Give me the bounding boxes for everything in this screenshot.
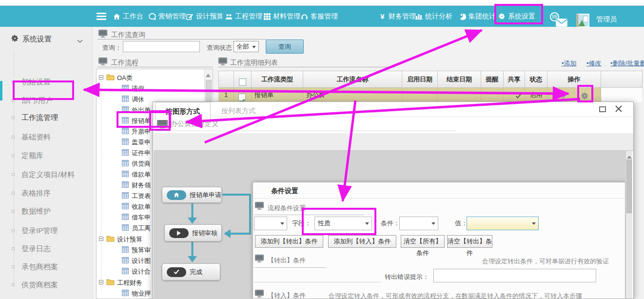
nav-item-系统设置[interactable]: 系统设置	[498, 6, 535, 27]
nav-item-工作台[interactable]: 工作台	[113, 6, 143, 27]
query-label: 查询：	[102, 43, 121, 52]
tab-list-mode[interactable]: 按列表方式	[211, 102, 266, 120]
close-icon[interactable]	[615, 105, 623, 113]
nav-item-客服管理[interactable]: 客服管理	[301, 6, 338, 27]
scroll-thumb[interactable]	[626, 159, 632, 213]
condition-button-0[interactable]: 添加到【转出】条件	[255, 235, 323, 248]
nav-item-label: 工作台	[123, 12, 143, 21]
collapse-icon[interactable]	[99, 237, 103, 241]
sidebar-item-label: 基础资料	[21, 133, 51, 142]
tree-folder-label: 设计预算	[117, 235, 142, 244]
collapse-icon[interactable]	[99, 280, 103, 284]
avatar[interactable]	[577, 14, 589, 27]
nav-item-营销管理[interactable]: 营销管理	[149, 6, 186, 27]
tree-item-label: 借款单	[132, 170, 151, 179]
node-label: 完成	[190, 268, 202, 277]
flow-node-报销单申请[interactable]: 报销单申请	[162, 187, 222, 203]
row-checkbox[interactable]	[234, 88, 252, 102]
tree-guide-line	[101, 79, 101, 290]
sidebar: 系统设置 初始设置部门/用户工作流管理基础资料定额库自定义项目/材料表格排序数据…	[0, 27, 93, 299]
node-badge	[169, 228, 189, 238]
nav-item-label: 统计分析	[425, 12, 452, 21]
cell-actions[interactable]	[547, 88, 601, 102]
table-icon	[122, 171, 129, 179]
nav-item-label: 设计预算	[196, 12, 223, 21]
sidebar-item-数据维护[interactable]: 数据维护	[0, 206, 93, 218]
sidebar-item-label: 承包商档案	[21, 262, 58, 272]
row-gear-icon[interactable]	[581, 94, 589, 101]
condition-select[interactable]	[399, 217, 438, 230]
tree-folder-label: 工程财务	[117, 279, 142, 287]
sidebar-item-工作流管理[interactable]: 工作流管理	[0, 112, 93, 124]
envelope-icon[interactable]	[556, 19, 567, 29]
scroll-up-icon[interactable]	[206, 71, 211, 77]
query-input[interactable]	[123, 41, 200, 52]
table-icon	[122, 85, 129, 93]
divider	[254, 282, 381, 282]
menu-icon[interactable]	[97, 13, 106, 20]
tab-graphic-mode[interactable]: 按图形方式	[155, 102, 211, 120]
sidebar-item-定额库[interactable]: 定额库	[0, 150, 93, 162]
sidebar-item-label: 登录IP管理	[21, 226, 58, 236]
sidebar-item-基础资料[interactable]: 基础资料	[0, 132, 93, 143]
monitor-icon	[98, 58, 107, 67]
nav-item-label: 工程管理	[235, 12, 262, 21]
sidebar-item-自定义项目/材料[interactable]: 自定义项目/材料	[0, 169, 93, 181]
value-combo[interactable]	[467, 217, 539, 230]
nav-item-设计预算[interactable]: 设计预算	[186, 6, 223, 27]
tree-node-icon	[12, 192, 15, 195]
condition-button-2[interactable]: 清空【所有】条件	[401, 235, 445, 248]
column-select-all[interactable]	[234, 71, 252, 88]
monitor-icon	[255, 290, 264, 299]
navbar: 工作台营销管理设计预算工程管理材料管理客服管理¥财务管理统计分析集团统计系统设置…	[0, 6, 644, 27]
pencil-icon[interactable]	[561, 94, 567, 101]
scroll-up-icon[interactable]	[627, 153, 632, 159]
flow-node-完成[interactable]: 完成	[162, 263, 220, 280]
nav-item-集团统计[interactable]: 集团统计	[459, 6, 496, 27]
flow-node-报销审核[interactable]: 报销审核	[164, 224, 222, 241]
barchart-icon	[415, 13, 423, 20]
sidebar-item-登录IP管理[interactable]: 登录IP管理	[0, 225, 93, 237]
nav-item-统计分析[interactable]: 统计分析	[415, 6, 452, 27]
sidebar-item-表格排序[interactable]: 表格排序	[0, 188, 93, 199]
add-link[interactable]: •添加	[562, 59, 577, 68]
sidebar-item-初始设置[interactable]: 初始设置	[0, 77, 93, 88]
column-blank	[218, 71, 234, 88]
sidebar-item-供货商档案[interactable]: 供货商档案	[0, 279, 93, 291]
nav-item-财务管理[interactable]: ¥财务管理	[379, 6, 416, 27]
username[interactable]: 管理员	[596, 6, 617, 33]
node-badge	[167, 190, 186, 200]
maximize-icon[interactable]	[599, 106, 606, 112]
tree-item-label: 借车申	[132, 213, 151, 222]
modal-scrollbar[interactable]	[625, 151, 632, 299]
table-icon	[122, 96, 129, 103]
nav-item-label: 材料管理	[273, 12, 300, 21]
sidebar-item-登录日志[interactable]: 登录日志	[0, 243, 93, 255]
condition-button-3[interactable]: 清空【转出】条件	[447, 235, 492, 248]
sidebar-item-承包商档案[interactable]: 承包商档案	[0, 261, 93, 273]
nav-item-材料管理[interactable]: 材料管理	[263, 6, 300, 27]
tree-item-label: 工资表	[132, 192, 151, 200]
collapse-icon[interactable]	[99, 75, 103, 80]
logic-select[interactable]	[254, 217, 287, 230]
table-row[interactable]: 1报销单办公费启用	[218, 88, 643, 102]
condition-label: 条件：	[381, 217, 400, 230]
query-button[interactable]: 查询	[266, 40, 304, 54]
sidebar-item-部门/用户[interactable]: 部门/用户	[0, 95, 93, 107]
monitor-icon	[157, 119, 168, 131]
delete-link[interactable]: •删除/批量删除	[610, 59, 644, 68]
field-select[interactable]: 性质	[314, 217, 372, 230]
sidebar-header[interactable]: 系统设置	[0, 30, 93, 48]
select-all-checkbox[interactable]	[239, 79, 246, 86]
headset-icon	[301, 13, 308, 20]
table-icon	[122, 160, 129, 168]
nav-item-工程管理[interactable]: 工程管理	[225, 6, 262, 27]
in-condition-hint: 合理设定转入条件，可形成有效的流程分支，在数据满足转入条件的情况下，可转入本步骤	[329, 292, 582, 299]
error-tip-input[interactable]	[433, 269, 596, 282]
column-工作流类型: 工作流类型	[252, 71, 303, 88]
edit-link[interactable]: •修改	[586, 59, 602, 68]
status-select[interactable]: 全部	[234, 41, 259, 52]
column-工作流名称: 工作流名称	[303, 71, 402, 88]
checkbox-checked[interactable]	[238, 94, 246, 101]
condition-button-1[interactable]: 添加到【转入】条件	[328, 235, 396, 248]
